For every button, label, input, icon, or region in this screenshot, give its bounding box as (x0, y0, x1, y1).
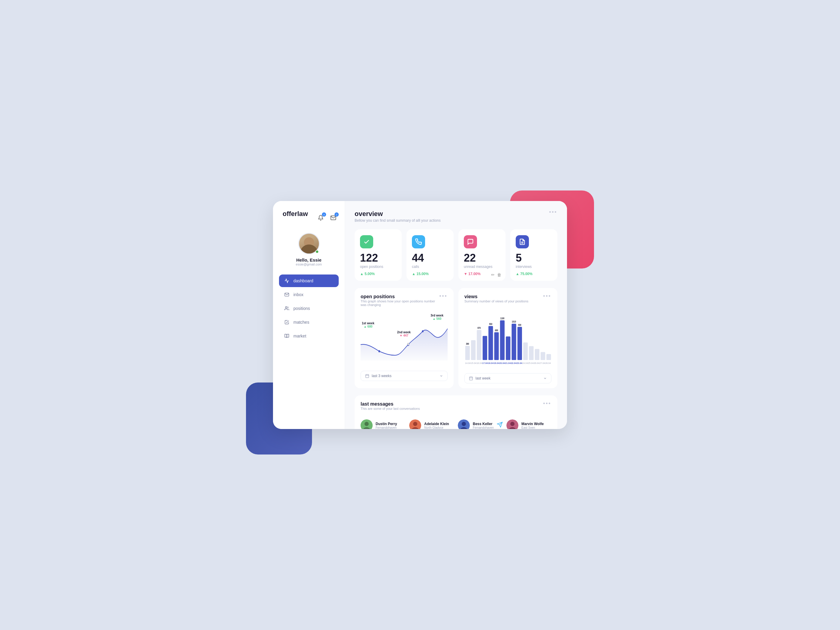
last-messages-header: last messages This are some of your last… (361, 401, 551, 415)
stat-icon-calls (412, 235, 425, 248)
stat-number-calls: 44 (412, 253, 448, 264)
svg-rect-16 (494, 332, 499, 360)
svg-rect-20 (518, 327, 522, 360)
msg-info-dustin: Dustin Perry Fernandohaven (376, 422, 397, 429)
more-dot (555, 211, 556, 213)
svg-rect-19 (512, 324, 516, 360)
views-chart-card: views Summary number of views of your po… (458, 288, 557, 388)
svg-point-3 (378, 350, 380, 352)
last-messages-subtitle: This are some of your last conversations (361, 407, 420, 411)
edit-icon[interactable]: ✏ (491, 272, 495, 277)
bar-date-label: 20.04 (499, 362, 505, 365)
msg-avatar-marvin (507, 419, 518, 429)
svg-rect-12 (471, 340, 475, 360)
notification-button[interactable]: 3 (316, 213, 325, 222)
last-messages-more-button[interactable] (542, 401, 551, 405)
svg-rect-18 (506, 336, 510, 360)
bar-date-label: 25.04 (528, 362, 534, 365)
svg-point-49 (510, 422, 515, 426)
svg-rect-17 (500, 321, 505, 360)
svg-rect-21 (523, 342, 528, 360)
user-email: essie@gmail.com (296, 262, 322, 266)
bar-date-label: 28.04 (545, 362, 551, 365)
dashboard-icon (284, 278, 290, 284)
views-time-filter[interactable]: last week (464, 373, 551, 384)
svg-rect-14 (483, 336, 487, 360)
svg-text:550: 550 (489, 322, 492, 325)
msg-location-dustin: Fernandohaven (376, 426, 397, 429)
views-more-button[interactable] (542, 294, 551, 298)
views-chart-title: views (464, 294, 528, 299)
delete-icon[interactable]: 🗑 (497, 272, 501, 277)
stat-icon-interviews (516, 235, 529, 248)
app-logo: offerlaw (280, 210, 308, 218)
svg-rect-24 (541, 352, 545, 360)
mail-button[interactable]: 2 (329, 213, 338, 222)
more-dot (543, 295, 545, 297)
svg-rect-15 (488, 326, 493, 360)
msg-avatar-dustin (361, 419, 373, 429)
bar-chart: 390 870 550 690 1100 1010 930 14.04 15.0… (464, 309, 551, 369)
sidebar-item-market[interactable]: market (279, 330, 339, 342)
more-dot (543, 403, 545, 404)
message-item-adelaide[interactable]: Adelaide Klein North Gladyce (409, 419, 454, 429)
msg-name-adelaide: Adelaide Klein (424, 422, 449, 426)
bar-date-label: 26.04 (534, 362, 539, 365)
stat-change-interviews: ▲ 75.00% (516, 272, 552, 276)
more-dot (549, 403, 550, 404)
sidebar-item-matches[interactable]: matches (279, 316, 339, 328)
msg-info-marvin: Marvin Wolfe East Sven (521, 422, 543, 429)
bar-date-label: 14.04 (465, 362, 471, 365)
svg-text:690: 690 (495, 329, 498, 332)
open-positions-more-button[interactable] (438, 294, 448, 298)
page-title: overview (355, 210, 441, 218)
line-chart: 1st week ▲ 680 2nd week ▼ 447 3rd week ▲… (361, 313, 448, 366)
svg-point-5 (422, 330, 423, 332)
open-positions-chart-subtitle: This graph shows how your open positions… (361, 299, 438, 306)
sidebar-item-label-inbox: inbox (294, 292, 303, 297)
msg-info-adelaide: Adelaide Klein North Gladyce (424, 422, 449, 429)
views-chart-subtitle: Summary number of views of your position… (464, 299, 528, 303)
msg-location-bess: Fernandohaven (473, 426, 494, 429)
week1-annotation: 1st week ▲ 680 (362, 322, 374, 328)
svg-rect-25 (546, 354, 551, 360)
main-content: overview Bellow you can find small summa… (345, 201, 567, 429)
msg-location-marvin: East Sven (521, 426, 543, 429)
stat-change-open-positions: ▲ 5.00% (360, 272, 396, 276)
message-item-marvin[interactable]: Marvin Wolfe East Sven (507, 419, 551, 429)
bar-date-label: 17.04 (482, 362, 488, 365)
open-positions-time-filter[interactable]: last 3 weeks (361, 371, 448, 381)
stat-label-unread-messages: unread messages (464, 265, 500, 269)
stat-number-open-positions: 122 (360, 253, 396, 264)
svg-text:870: 870 (478, 327, 481, 329)
overview-more-button[interactable] (548, 210, 557, 214)
bar-date-label: 16.04 (477, 362, 482, 365)
main-card: offerlaw 3 2 (273, 201, 567, 429)
sidebar-item-label-positions: positions (294, 306, 310, 311)
stat-icon-unread-messages (464, 235, 477, 248)
msg-name-marvin: Marvin Wolfe (521, 422, 543, 426)
svg-point-38 (365, 422, 369, 426)
more-dot (445, 295, 447, 297)
sidebar-item-dashboard[interactable]: dashboard (279, 275, 339, 287)
message-item-bess[interactable]: Bess Keller Fernandohaven (458, 419, 503, 429)
sidebar-item-inbox[interactable]: inbox (279, 288, 339, 301)
stat-number-unread-messages: 22 (464, 253, 500, 264)
svg-point-6 (407, 343, 409, 345)
svg-rect-13 (477, 330, 481, 360)
online-indicator (315, 250, 319, 254)
inbox-icon (284, 292, 290, 298)
message-item-dustin[interactable]: Dustin Perry Fernandohaven (361, 419, 406, 429)
more-dot (442, 295, 444, 297)
msg-info-bess: Bess Keller Fernandohaven (473, 422, 494, 429)
sidebar-item-positions[interactable]: positions (279, 302, 339, 315)
open-positions-chart-header: open positions This graph shows how your… (361, 294, 448, 311)
svg-text:930: 930 (518, 324, 521, 327)
stat-card-interviews: 5 interviews ▲ 75.00% (510, 229, 557, 281)
stat-label-calls: calls (412, 265, 448, 269)
msg-name-bess: Bess Keller (473, 422, 494, 426)
week3-annotation: 3rd week ▲ 560 (431, 314, 444, 321)
bar-date-label: 18.04 (488, 362, 494, 365)
send-message-icon[interactable] (497, 422, 503, 429)
messages-grid: Dustin Perry Fernandohaven (361, 419, 551, 429)
